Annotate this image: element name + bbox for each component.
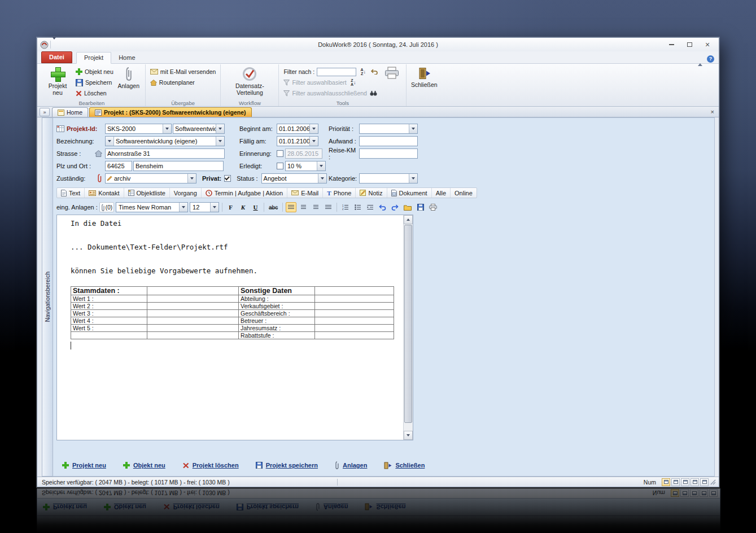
- filter-auswahlbasiert-button[interactable]: Filter auswahlbasiert ZA↓: [282, 78, 381, 87]
- filter-auswahlausschliessend-button[interactable]: Filter auswahlausschließend: [282, 89, 381, 98]
- attachment-paperclip-icon[interactable]: (0): [99, 202, 114, 212]
- doc-tab-projekt[interactable]: Projekt : (SKS-2000) Softwareentwicklung…: [89, 107, 251, 117]
- chevron-down-icon[interactable]: [179, 203, 187, 212]
- view-mode-1-icon[interactable]: [662, 478, 670, 486]
- tab-phone[interactable]: T Phone: [323, 188, 356, 198]
- minimize-button[interactable]: [663, 40, 680, 50]
- view-mode-5-icon[interactable]: [700, 478, 709, 486]
- navigation-strip[interactable]: Navigationsbereich: [42, 117, 53, 477]
- chevron-down-icon[interactable]: [187, 174, 196, 183]
- strikethrough-button[interactable]: abc: [267, 202, 279, 212]
- redo-icon[interactable]: [390, 202, 400, 212]
- align-left-button[interactable]: [286, 202, 296, 212]
- projekt-name-combo[interactable]: Softwareentwick: [173, 124, 225, 134]
- tab-kontakt[interactable]: Kontakt: [85, 188, 124, 198]
- qat-dropdown-icon[interactable]: [53, 40, 56, 50]
- speichern-button[interactable]: Speichern: [74, 78, 115, 87]
- erledigt-checkbox[interactable]: [277, 163, 283, 169]
- beginnt-am-field[interactable]: 01.01.2006: [277, 124, 318, 134]
- strasse-input[interactable]: [105, 148, 225, 159]
- font-size-combo[interactable]: 12: [190, 202, 219, 212]
- sort-ascending-icon[interactable]: AZ↓: [359, 68, 368, 76]
- view-mode-3-icon[interactable]: [681, 478, 689, 486]
- erinnerung-checkbox[interactable]: [277, 150, 283, 157]
- red-paperclip-icon[interactable]: [97, 174, 102, 182]
- routenplaner-button[interactable]: Routenplaner: [148, 78, 218, 87]
- close-button[interactable]: ×: [699, 40, 716, 50]
- reise-km-input[interactable]: [359, 148, 418, 159]
- address-house-icon[interactable]: [95, 150, 102, 157]
- ribbon-tab-home[interactable]: Home: [111, 53, 142, 63]
- italic-button[interactable]: K: [238, 202, 248, 212]
- chevron-down-icon[interactable]: [163, 124, 171, 133]
- zustaendig-combo[interactable]: archiv: [105, 173, 196, 184]
- bold-button[interactable]: F: [225, 202, 236, 212]
- filter-input[interactable]: [317, 68, 356, 76]
- ribbon-tab-projekt[interactable]: Projekt: [76, 52, 111, 64]
- tab-online[interactable]: Online: [451, 188, 477, 198]
- chevron-down-icon[interactable]: [309, 124, 318, 133]
- ort-input[interactable]: [133, 161, 224, 171]
- view-mode-2-icon[interactable]: [671, 478, 680, 486]
- tab-vorgang[interactable]: Vorgang: [170, 188, 202, 198]
- chevron-down-icon[interactable]: [216, 124, 224, 133]
- doc-tab-close-icon[interactable]: ×: [711, 108, 714, 115]
- schliessen-link[interactable]: Schließen: [384, 462, 425, 469]
- chevron-down-icon[interactable]: [216, 137, 224, 146]
- chevron-down-icon[interactable]: [106, 137, 114, 146]
- erinnerung-date-field[interactable]: 28.05.2015: [285, 148, 322, 159]
- chevron-down-icon[interactable]: [210, 203, 219, 212]
- projekt-loeschen-link[interactable]: Projekt löschen: [182, 462, 239, 469]
- rich-text-editor[interactable]: In die Datei ... Dokumente\Text-Felder\P…: [56, 215, 413, 440]
- scroll-down-icon[interactable]: [404, 431, 413, 440]
- tab-text[interactable]: Text: [57, 188, 85, 198]
- doc-tab-home[interactable]: Home: [52, 107, 88, 117]
- underline-button[interactable]: U: [250, 202, 261, 212]
- tab-email[interactable]: E-Mail: [287, 188, 323, 198]
- bezeichnung-combo[interactable]: Softwareentwicklung (eigene): [105, 136, 225, 146]
- tab-objektliste[interactable]: Objektliste: [124, 188, 170, 198]
- projekt-id-combo[interactable]: SKS-2000: [105, 124, 172, 134]
- align-right-button[interactable]: [311, 202, 321, 212]
- kategorie-combo[interactable]: [359, 173, 418, 184]
- projekt-neu-link[interactable]: Projekt neu: [62, 462, 106, 469]
- tab-notiz[interactable]: Notiz: [356, 188, 387, 198]
- numbered-list-button[interactable]: 12: [340, 202, 351, 212]
- undo-icon[interactable]: [377, 202, 388, 212]
- scrollbar-thumb[interactable]: [404, 225, 412, 423]
- ribbon-tab-datei[interactable]: Datei: [41, 51, 72, 63]
- resize-grip[interactable]: [710, 479, 716, 486]
- prioritaet-combo[interactable]: [359, 124, 418, 134]
- chevron-down-icon[interactable]: [409, 174, 417, 183]
- tab-alle[interactable]: Alle: [432, 188, 451, 198]
- email-versenden-button[interactable]: mit E-Mail versenden: [148, 67, 218, 76]
- privat-checkbox[interactable]: [224, 175, 231, 182]
- open-folder-icon[interactable]: [402, 202, 413, 212]
- plz-input[interactable]: [105, 161, 132, 171]
- datensatz-verteilung-button[interactable]: Datensatz-Verteilung: [224, 65, 276, 99]
- editor-scrollbar[interactable]: [403, 215, 413, 440]
- align-justify-button[interactable]: [323, 202, 334, 212]
- binoculars-icon[interactable]: [369, 89, 378, 98]
- tab-dokument[interactable]: Dokument: [387, 188, 432, 198]
- chevron-down-icon[interactable]: [309, 137, 318, 146]
- indent-button[interactable]: [365, 202, 375, 212]
- objekt-neu-button[interactable]: Objekt neu: [74, 67, 115, 76]
- align-center-button[interactable]: [298, 202, 309, 212]
- help-icon[interactable]: ?: [707, 55, 714, 63]
- nav-expand-button[interactable]: »: [40, 108, 50, 116]
- anlagen-link[interactable]: Anlagen: [335, 461, 367, 469]
- undo-sort-icon[interactable]: [370, 68, 379, 76]
- loeschen-button[interactable]: Löschen: [74, 89, 115, 98]
- ribbon-collapse-icon[interactable]: [698, 54, 702, 64]
- bullet-list-button[interactable]: [352, 202, 363, 212]
- font-family-combo[interactable]: Times New Roman: [116, 202, 188, 212]
- erledigt-combo[interactable]: 10 %: [285, 161, 326, 171]
- save-icon[interactable]: [415, 202, 426, 212]
- projekt-neu-button[interactable]: Projekt neu: [41, 65, 74, 99]
- chevron-down-icon[interactable]: [409, 124, 417, 133]
- tab-termin-aufgabe-aktion[interactable]: Termin | Aufgabe | Aktion: [202, 188, 287, 198]
- sort-descending-icon[interactable]: ZA↓: [349, 78, 358, 87]
- view-mode-4-icon[interactable]: [691, 478, 699, 486]
- status-combo[interactable]: Angebot: [261, 173, 327, 184]
